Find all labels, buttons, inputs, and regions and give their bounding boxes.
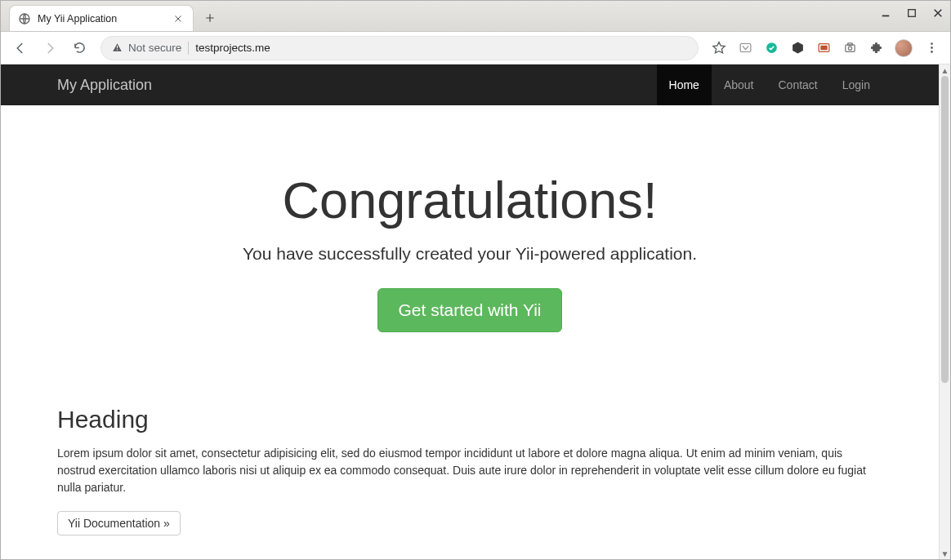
navbar-links: Home About Contact Login bbox=[657, 64, 882, 105]
nav-link-contact[interactable]: Contact bbox=[766, 64, 829, 105]
app-navbar: My Application Home About Contact Login bbox=[1, 64, 939, 105]
titlebar: My Yii Application bbox=[1, 1, 950, 32]
ext-icon-5[interactable] bbox=[842, 41, 857, 56]
nav-link-home[interactable]: Home bbox=[657, 64, 712, 105]
scroll-up-icon[interactable]: ▲ bbox=[940, 64, 950, 76]
toolbar-actions bbox=[707, 39, 944, 57]
jumbotron: Congratulations! You have successfully c… bbox=[1, 105, 939, 406]
close-tab-icon[interactable] bbox=[172, 12, 185, 25]
ext-icon-3[interactable] bbox=[790, 41, 805, 56]
maximize-icon[interactable] bbox=[904, 6, 919, 20]
vertical-scrollbar[interactable]: ▲ ▼ bbox=[939, 64, 950, 559]
extensions-icon[interactable] bbox=[868, 41, 883, 56]
svg-point-11 bbox=[931, 47, 933, 49]
forward-button[interactable] bbox=[37, 35, 63, 61]
scroll-track[interactable] bbox=[940, 76, 950, 548]
address-bar[interactable]: Not secure testprojects.me bbox=[100, 36, 699, 60]
svg-point-8 bbox=[848, 47, 851, 50]
svg-rect-1 bbox=[882, 16, 890, 17]
close-window-icon[interactable] bbox=[931, 6, 945, 20]
svg-point-12 bbox=[931, 51, 933, 53]
cta-button[interactable]: Get started with Yii bbox=[377, 288, 561, 332]
page-content: My Application Home About Contact Login … bbox=[1, 64, 939, 559]
omnibox-divider bbox=[188, 42, 189, 55]
nav-link-login[interactable]: Login bbox=[830, 64, 882, 105]
ext-icon-2[interactable] bbox=[764, 41, 779, 56]
page-subtitle: You have successfully created your Yii-p… bbox=[17, 244, 922, 264]
section-heading: Heading bbox=[57, 406, 882, 433]
window-controls bbox=[878, 6, 945, 20]
page-title: Congratulations! bbox=[17, 171, 922, 229]
back-button[interactable] bbox=[7, 35, 33, 61]
tab-title: My Yii Application bbox=[38, 13, 117, 24]
globe-icon bbox=[18, 12, 31, 25]
browser-toolbar: Not secure testprojects.me bbox=[1, 32, 950, 64]
minimize-icon[interactable] bbox=[878, 6, 893, 20]
security-label: Not secure bbox=[128, 42, 181, 54]
security-indicator[interactable]: Not secure bbox=[111, 42, 181, 54]
menu-icon[interactable] bbox=[924, 41, 939, 56]
svg-rect-9 bbox=[847, 43, 852, 46]
warning-icon bbox=[111, 42, 123, 54]
reload-button[interactable] bbox=[66, 35, 92, 61]
browser-window: My Yii Application Not secure bbox=[0, 0, 951, 560]
bookmark-star-icon[interactable] bbox=[712, 41, 726, 56]
browser-tab[interactable]: My Yii Application bbox=[9, 5, 194, 31]
scroll-down-icon[interactable]: ▼ bbox=[940, 548, 950, 559]
navbar-brand[interactable]: My Application bbox=[57, 77, 152, 94]
content-section: Heading Lorem ipsum dolor sit amet, cons… bbox=[57, 406, 882, 536]
doc-button[interactable]: Yii Documentation » bbox=[57, 511, 181, 536]
svg-point-10 bbox=[931, 42, 933, 45]
section-body: Lorem ipsum dolor sit amet, consectetur … bbox=[57, 445, 882, 496]
url-text: testprojects.me bbox=[195, 42, 270, 54]
ext-icon-1[interactable] bbox=[738, 41, 752, 56]
new-tab-button[interactable] bbox=[199, 7, 221, 29]
svg-rect-2 bbox=[909, 10, 916, 17]
scroll-thumb[interactable] bbox=[941, 76, 949, 383]
svg-point-4 bbox=[766, 42, 777, 53]
ext-icon-4[interactable] bbox=[816, 41, 831, 56]
svg-rect-6 bbox=[820, 46, 826, 49]
svg-rect-3 bbox=[740, 44, 751, 52]
nav-link-about[interactable]: About bbox=[712, 64, 766, 105]
profile-avatar[interactable] bbox=[895, 39, 913, 57]
viewport: My Application Home About Contact Login … bbox=[1, 64, 950, 559]
